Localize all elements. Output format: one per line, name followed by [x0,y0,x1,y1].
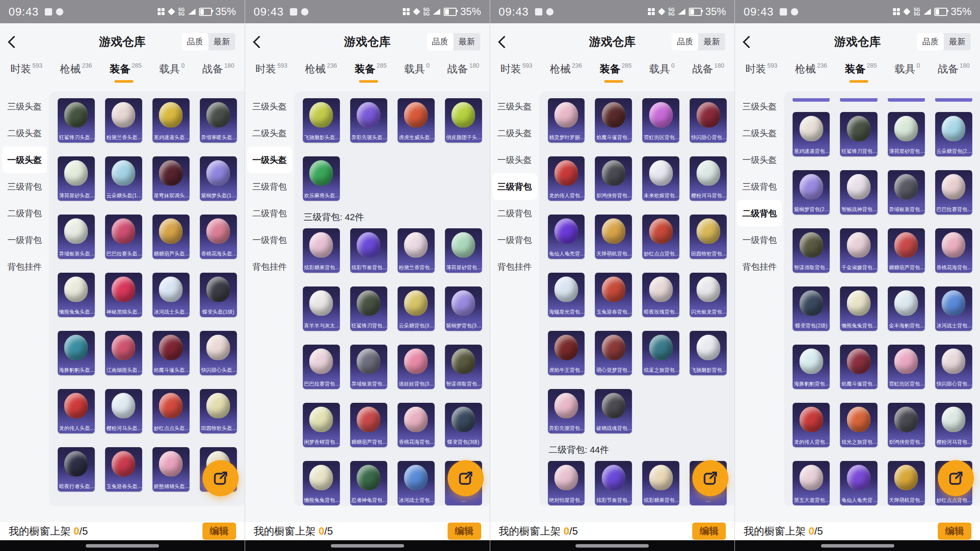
edit-button[interactable]: 编辑 [938,523,971,540]
item-card[interactable]: 炽鸿侠骨背包… [888,403,925,447]
item-card[interactable]: 龙的传人背包… [793,403,830,447]
item-card[interactable]: 天降萌机背包… [888,461,925,505]
item-card[interactable]: 迷娃娃背包(3… [398,345,435,389]
sort-option-品质[interactable]: 品质 [182,33,208,50]
item-card[interactable]: 焰魔斗篷背包… [840,345,877,389]
sidebar-item-背包挂件[interactable]: 背包挂件 [492,253,537,280]
item-card[interactable]: 云朵糖背包(3… [398,286,435,331]
item-card[interactable]: 懒熊兔兔头盔… [58,273,95,317]
sidebar-item-二级头盔[interactable]: 二级头盔 [2,120,47,146]
item-card[interactable]: 飞驰魅影背包… [690,331,727,375]
item-card[interactable]: 蝶变头盔(1级) [200,273,237,317]
item-card[interactable]: 异域银装背包… [350,345,387,389]
tab-装备[interactable]: 装备285 [845,62,877,83]
item-card[interactable]: 蝶变背包(3级) [445,403,482,447]
item-card[interactable]: 萌心亚梦背包… [595,331,632,375]
sort-option-最新[interactable]: 最新 [454,33,480,50]
item-card[interactable]: 蝶变背包(2级) [793,286,830,331]
item-card[interactable]: 精灵梦叶罗丽… [548,98,585,143]
tab-载具[interactable]: 载具0 [895,62,920,83]
item-card[interactable]: 暗夜行者头盔… [58,447,95,492]
item-card[interactable]: 糖糖葫芦背包… [888,228,925,273]
share-fab-button[interactable] [202,460,239,496]
item-card[interactable]: 暗夜玫瑰背包… [642,273,679,317]
back-chevron-icon[interactable] [743,35,756,48]
item-card[interactable]: 异彩先驱头盔… [350,98,387,143]
item-card[interactable]: 霓虹街区背包… [642,98,679,143]
item-card[interactable]: 霓虹街区背包… [888,345,925,389]
item-card[interactable]: 云朵糖头盔(1… [105,156,142,201]
tab-战备[interactable]: 战备180 [202,62,234,83]
sidebar-item-一级背包[interactable]: 一级背包 [247,227,292,253]
item-card[interactable]: 虎焰牛王背包… [548,331,585,375]
sidebar-item-三级背包[interactable]: 三级背包 [737,173,782,200]
sidebar-item-三级头盔[interactable]: 三级头盔 [2,93,47,120]
edit-button[interactable]: 编辑 [202,523,236,540]
item-card[interactable]: 喜羊羊与灰太… [303,286,340,331]
sort-option-品质[interactable]: 品质 [917,33,944,50]
item-card[interactable]: 冰河战士头盔… [152,273,190,317]
sidebar-item-三级背包[interactable]: 三级背包 [2,173,47,200]
tab-枪械[interactable]: 枪械236 [795,62,827,83]
sort-option-最新[interactable]: 最新 [698,33,725,50]
sidebar-item-三级头盔[interactable]: 三级头盔 [492,93,537,120]
tab-时装[interactable]: 时装593 [501,62,532,83]
tab-时装[interactable]: 时装593 [255,62,287,83]
item-card[interactable]: 智谋强取背包… [445,345,482,389]
sidebar-item-二级头盔[interactable]: 二级头盔 [737,120,782,146]
item-card[interactable]: 糖糖葫芦头盔… [152,215,190,259]
tab-载具[interactable]: 载具0 [404,62,429,83]
item-card[interactable]: 绝对恒星背包… [548,461,585,505]
sidebar-item-二级背包[interactable]: 二级背包 [247,200,292,227]
item-card[interactable]: 未来歌姬背包… [642,156,679,201]
tab-装备[interactable]: 装备285 [109,62,141,83]
item-card[interactable]: 紫榈梦背包(3… [445,286,482,331]
item-card[interactable]: 龙的传人背包… [548,156,585,201]
item-card[interactable]: 异缎寒暖头盔… [200,98,237,143]
item-card[interactable]: 异域银装背包… [888,170,925,215]
item-card[interactable]: 娇憨猪猪头盔… [152,447,190,492]
tab-载具[interactable]: 载具0 [649,62,675,83]
item-card[interactable]: 炫蓝之旅背包… [642,331,679,375]
sidebar-item-背包挂件[interactable]: 背包挂件 [737,253,782,280]
item-card[interactable]: 闲梦青鲤背包… [303,403,340,447]
sidebar-item-一级背包[interactable]: 一级背包 [737,227,782,253]
item-card[interactable]: 妙红点点背包… [642,215,679,259]
share-fab-button[interactable] [692,460,728,496]
item-card[interactable]: 天降萌机背包… [595,215,632,259]
item-card[interactable]: 海豚豹豹背包… [793,345,830,389]
item-card[interactable]: 忍者神龟背包… [350,461,387,505]
tab-枪械[interactable]: 枪械236 [550,62,582,83]
item-card[interactable]: 香桃花海背包… [935,228,972,273]
sort-option-最新[interactable]: 最新 [208,33,235,50]
sidebar-item-一级头盔[interactable]: 一级头盔 [492,146,537,173]
tab-装备[interactable]: 装备285 [600,62,632,83]
item-card[interactable]: 狂鲨锋刃头盔… [58,98,95,143]
tab-载具[interactable]: 载具0 [159,62,185,83]
item-card[interactable]: 异彩先驱背包… [548,389,585,433]
item-card[interactable]: 快闪甜心背包… [935,345,972,389]
home-indicator[interactable] [576,544,649,548]
sort-option-最新[interactable]: 最新 [944,33,971,50]
item-card[interactable]: 紫榈梦头盔(1… [200,156,237,201]
item-card[interactable]: 葱鸡速递头盔… [152,98,190,143]
sidebar-item-背包挂件[interactable]: 背包挂件 [2,253,47,280]
item-card[interactable]: 焰魔斗篷背包… [595,98,632,143]
sidebar-item-三级背包[interactable]: 三级背包 [492,173,537,200]
item-card[interactable]: 狂鲨锋刃背包… [350,286,387,331]
sidebar-item-二级背包[interactable]: 二级背包 [2,200,47,227]
item-card[interactable]: 第五大道背包… [793,461,830,505]
home-indicator[interactable] [821,544,894,548]
item-card[interactable]: 炫彩节奏背包… [595,461,632,505]
sort-option-品质[interactable]: 品质 [427,33,454,50]
item-card[interactable]: 玉兔迎春背包… [595,273,632,317]
item-card[interactable]: 快闪甜心背包… [690,98,727,143]
item-card[interactable]: 炫彩糖果背包… [642,461,679,505]
edit-button[interactable]: 编辑 [692,523,726,540]
item-card[interactable]: 冰河战士背包… [398,461,435,505]
item-card[interactable]: 香桃花海头盔… [200,215,237,259]
sidebar-item-一级背包[interactable]: 一级背包 [2,227,47,253]
item-card[interactable]: 狂鲨锋刃背包… [840,112,877,156]
item-card[interactable]: 快闪甜心头盔… [200,331,237,375]
tab-枪械[interactable]: 枪械236 [305,62,337,83]
